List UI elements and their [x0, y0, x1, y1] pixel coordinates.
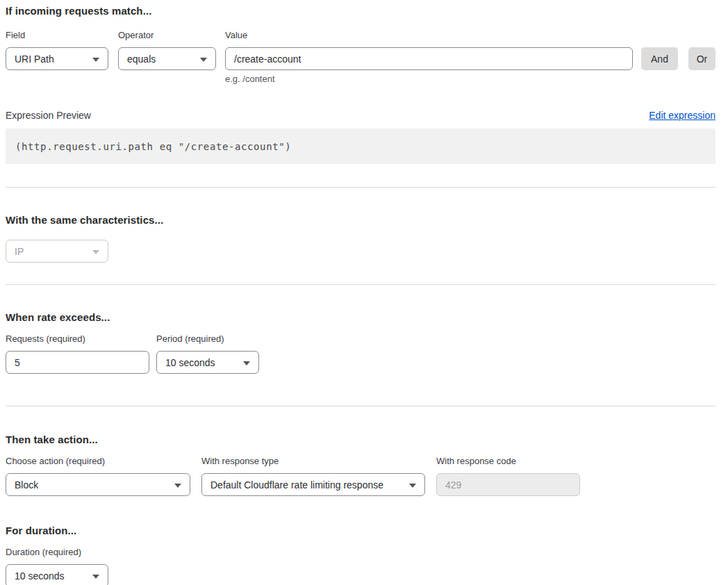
- section-rate: When rate exceeds... Requests (required)…: [6, 312, 715, 374]
- rate-limiting-rule-form: If incoming requests match... Field URI …: [6, 0, 715, 585]
- field-group: Field URI Path: [6, 31, 108, 70]
- and-or-buttons: And Or: [641, 47, 715, 70]
- field-select-value: URI Path: [15, 53, 54, 65]
- match-condition-row: Field URI Path Operator equals Value e.g…: [6, 31, 715, 84]
- response-type-select[interactable]: Default Cloudflare rate limiting respons…: [201, 473, 425, 496]
- value-helper-text: e.g. /content: [225, 74, 633, 84]
- rate-row: Requests (required) Period (required) 10…: [6, 334, 715, 374]
- duration-select-value: 10 seconds: [15, 570, 65, 582]
- chevron-down-icon: [174, 484, 181, 488]
- period-select-value: 10 seconds: [165, 357, 215, 368]
- choose-action-select[interactable]: Block: [6, 473, 190, 496]
- and-button[interactable]: And: [641, 47, 678, 70]
- operator-select[interactable]: equals: [118, 47, 216, 70]
- choose-action-select-value: Block: [15, 479, 38, 491]
- edit-expression-link[interactable]: Edit expression: [649, 110, 715, 121]
- chevron-down-icon: [409, 484, 416, 488]
- response-code-label: With response code: [436, 456, 580, 466]
- response-type-group: With response type Default Cloudflare ra…: [201, 456, 425, 496]
- section-action: Then take action... Choose action (requi…: [6, 434, 715, 496]
- value-input[interactable]: [225, 47, 633, 70]
- or-button[interactable]: Or: [688, 47, 715, 70]
- field-label: Field: [6, 31, 108, 40]
- characteristics-heading: With the same characteristics...: [6, 215, 715, 226]
- section-divider: [6, 187, 715, 188]
- value-group: Value e.g. /content: [225, 31, 633, 84]
- period-label: Period (required): [156, 334, 259, 344]
- section-duration: For duration... Duration (required) 10 s…: [6, 525, 715, 585]
- characteristic-select-value: IP: [15, 246, 24, 257]
- chevron-down-icon: [200, 58, 207, 62]
- choose-action-group: Choose action (required) Block: [6, 456, 190, 496]
- period-group: Period (required) 10 seconds: [156, 334, 259, 374]
- expression-preview-row: Expression Preview Edit expression: [6, 110, 715, 121]
- operator-label: Operator: [118, 31, 216, 40]
- section-divider: [6, 284, 715, 285]
- section-characteristics: With the same characteristics... IP: [6, 215, 715, 263]
- rate-heading: When rate exceeds...: [6, 312, 715, 323]
- response-type-label: With response type: [201, 456, 425, 466]
- duration-select[interactable]: 10 seconds: [6, 564, 108, 585]
- section-incoming-requests: If incoming requests match... Field URI …: [6, 6, 715, 164]
- requests-label: Requests (required): [6, 334, 149, 344]
- action-heading: Then take action...: [6, 434, 715, 445]
- field-select[interactable]: URI Path: [6, 47, 108, 70]
- expression-preview-label: Expression Preview: [6, 110, 91, 121]
- requests-input[interactable]: [6, 351, 149, 374]
- response-type-select-value: Default Cloudflare rate limiting respons…: [210, 479, 383, 491]
- chevron-down-icon: [92, 58, 99, 62]
- operator-select-value: equals: [127, 53, 156, 65]
- expression-preview-code: (http.request.uri.path eq "/create-accou…: [6, 129, 715, 164]
- value-label: Value: [225, 31, 633, 40]
- section-divider: [6, 406, 715, 406]
- action-row: Choose action (required) Block With resp…: [6, 456, 715, 496]
- chevron-down-icon: [243, 361, 250, 365]
- duration-group: Duration (required) 10 seconds: [6, 547, 715, 585]
- characteristic-select: IP: [6, 240, 108, 263]
- choose-action-label: Choose action (required): [6, 456, 190, 466]
- duration-label: Duration (required): [6, 547, 715, 557]
- response-code-input: [436, 473, 580, 496]
- incoming-requests-heading: If incoming requests match...: [6, 6, 715, 17]
- operator-group: Operator equals: [118, 31, 216, 70]
- requests-group: Requests (required): [6, 334, 149, 374]
- response-code-group: With response code: [436, 456, 580, 496]
- duration-heading: For duration...: [6, 525, 715, 536]
- chevron-down-icon: [92, 575, 99, 579]
- chevron-down-icon: [92, 250, 99, 254]
- period-select[interactable]: 10 seconds: [156, 351, 259, 374]
